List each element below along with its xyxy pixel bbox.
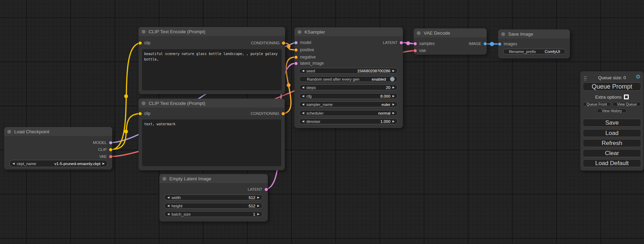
random-seed-toggle-widget[interactable]: Random seed after every gen enabled: [299, 76, 398, 82]
node-title-bar[interactable]: Empty Latent Image: [159, 174, 268, 183]
input-port-model[interactable]: [294, 41, 298, 45]
gear-icon[interactable]: ⚙: [636, 74, 641, 80]
collapse-dot-icon[interactable]: [501, 32, 505, 36]
input-port-images[interactable]: [498, 42, 502, 46]
input-port-positive[interactable]: [294, 48, 298, 52]
prompt-textarea[interactable]: text, watermark: [142, 119, 281, 166]
input-port-latent-image[interactable]: [294, 62, 298, 65]
collapse-dot-icon[interactable]: [417, 31, 421, 35]
increment-arrow-icon[interactable]: ▶: [392, 86, 395, 89]
output-port-conditioning[interactable]: [282, 41, 285, 45]
node-clip-text-encode-positive[interactable]: CLIP Text Encode (Prompt) clip CONDITION…: [139, 27, 285, 94]
collapse-dot-icon[interactable]: [142, 30, 145, 34]
decrement-arrow-icon[interactable]: ◀: [167, 213, 169, 216]
decrement-arrow-icon[interactable]: ◀: [167, 196, 169, 199]
queue-prompt-button[interactable]: Queue Prompt: [583, 82, 641, 91]
decrement-arrow-icon[interactable]: ◀: [302, 112, 304, 115]
node-vae-decode[interactable]: VAE Decode samples vae IMAGE: [414, 28, 487, 55]
input-label-latent-image: latent_image: [300, 61, 324, 66]
queue-front-button[interactable]: Queue Front: [583, 102, 611, 106]
ckpt-name-widget[interactable]: ◀ ckpt_name v1-5-pruned-emaonly.ckpt ▶: [9, 160, 108, 167]
node-load-checkpoint[interactable]: Load Checkpoint MODEL CLIP VAE ◀ ckpt_na…: [4, 127, 112, 170]
output-port-conditioning[interactable]: [281, 112, 285, 116]
output-label-latent: LATENT: [248, 187, 262, 191]
denoise-widget[interactable]: ◀ denoise 1.000 ▶: [299, 118, 398, 124]
output-port-latent[interactable]: [399, 41, 403, 45]
extra-options-checkbox[interactable]: [624, 94, 629, 99]
input-port-vae[interactable]: [413, 49, 417, 53]
input-port-clip[interactable]: [138, 112, 142, 116]
input-port-samples[interactable]: [413, 42, 417, 46]
decrement-arrow-icon[interactable]: ◀: [302, 120, 304, 123]
clear-button[interactable]: Clear: [583, 149, 641, 157]
filename-prefix-widget[interactable]: filename_prefix ComfyUI: [503, 49, 565, 54]
input-port-clip[interactable]: [138, 41, 142, 45]
node-title-bar[interactable]: KSampler: [294, 27, 403, 36]
save-button[interactable]: Save: [583, 119, 641, 127]
output-port-clip[interactable]: [109, 148, 113, 152]
input-label-images: images: [504, 42, 517, 46]
node-save-image[interactable]: Save Image images filename_prefix ComfyU…: [498, 29, 570, 58]
increment-arrow-icon[interactable]: ▶: [103, 162, 105, 165]
decrement-arrow-icon[interactable]: ◀: [302, 103, 304, 106]
steps-widget[interactable]: ◀ steps 20 ▶: [299, 84, 398, 90]
increment-arrow-icon[interactable]: ▶: [257, 213, 259, 216]
output-port-latent[interactable]: [264, 188, 268, 191]
increment-arrow-icon[interactable]: ▶: [392, 70, 395, 72]
batch-size-widget[interactable]: ◀ batch_size 1 ▶: [164, 211, 263, 217]
decrement-arrow-icon[interactable]: ◀: [12, 162, 15, 165]
increment-arrow-icon[interactable]: ▶: [392, 103, 395, 106]
node-title-bar[interactable]: Save Image: [498, 29, 570, 38]
widget-label: cfg: [306, 94, 311, 98]
collapse-dot-icon[interactable]: [7, 130, 11, 134]
width-widget[interactable]: ◀ width 512 ▶: [164, 195, 263, 200]
increment-arrow-icon[interactable]: ▶: [257, 205, 259, 207]
node-empty-latent-image[interactable]: Empty Latent Image LATENT ◀ width 512 ▶ …: [159, 174, 268, 222]
link-midpoint-dot: [287, 83, 291, 87]
node-title-bar[interactable]: VAE Decode: [414, 28, 487, 37]
widget-value: euler: [381, 102, 390, 107]
input-label-samples: samples: [419, 41, 435, 46]
widget-value: 512: [249, 196, 255, 200]
increment-arrow-icon[interactable]: ▶: [392, 120, 395, 123]
view-queue-button[interactable]: View Queue: [612, 102, 641, 106]
widget-value: 20: [386, 85, 390, 90]
decrement-arrow-icon[interactable]: ◀: [302, 86, 304, 89]
view-history-button[interactable]: View History: [597, 109, 627, 113]
output-port-image[interactable]: [483, 42, 487, 46]
toggle-circle-icon[interactable]: [390, 77, 395, 81]
decrement-arrow-icon[interactable]: ◀: [302, 70, 304, 72]
node-title-bar[interactable]: CLIP Text Encode (Prompt): [139, 99, 285, 108]
refresh-button[interactable]: Refresh: [583, 139, 641, 147]
node-title-bar[interactable]: CLIP Text Encode (Prompt): [139, 27, 285, 36]
scheduler-widget[interactable]: ◀ scheduler normal ▶: [299, 110, 398, 116]
link-midpoint-dot: [287, 45, 291, 48]
height-widget[interactable]: ◀ height 512 ▶: [164, 203, 263, 209]
queue-menu-panel: Queue size: 0 ⚙ Queue Prompt Extra optio…: [580, 71, 644, 171]
increment-arrow-icon[interactable]: ▶: [392, 95, 395, 98]
load-default-button[interactable]: Load Default: [583, 159, 641, 167]
collapse-dot-icon[interactable]: [298, 30, 301, 34]
output-label-image: IMAGE: [469, 42, 481, 46]
sampler-name-widget[interactable]: ◀ sampler_name euler ▶: [299, 101, 398, 107]
node-ksampler[interactable]: KSampler model positive negative latent_…: [294, 27, 403, 128]
load-button[interactable]: Load: [583, 129, 641, 137]
decrement-arrow-icon[interactable]: ◀: [167, 205, 169, 207]
decrement-arrow-icon[interactable]: ◀: [302, 95, 304, 98]
node-title: KSampler: [305, 29, 325, 35]
increment-arrow-icon[interactable]: ▶: [392, 112, 395, 115]
increment-arrow-icon[interactable]: ▶: [257, 196, 259, 199]
output-port-model[interactable]: [109, 141, 113, 145]
node-clip-text-encode-negative[interactable]: CLIP Text Encode (Prompt) clip CONDITION…: [139, 99, 285, 170]
cfg-widget[interactable]: ◀ cfg 8.000 ▶: [299, 93, 398, 99]
widget-label: steps: [306, 85, 316, 90]
node-title-bar[interactable]: Load Checkpoint: [4, 127, 112, 136]
seed-widget[interactable]: ◀ seed 156680208700286 ▶: [299, 68, 398, 74]
collapse-dot-icon[interactable]: [142, 101, 145, 105]
prompt-textarea[interactable]: beautiful scenery nature glass bottle la…: [142, 49, 282, 90]
output-port-vae[interactable]: [109, 155, 113, 159]
input-label-clip: clip: [144, 40, 150, 45]
output-label-clip: CLIP: [98, 147, 107, 152]
collapse-dot-icon[interactable]: [162, 177, 166, 181]
input-port-negative[interactable]: [294, 55, 298, 59]
